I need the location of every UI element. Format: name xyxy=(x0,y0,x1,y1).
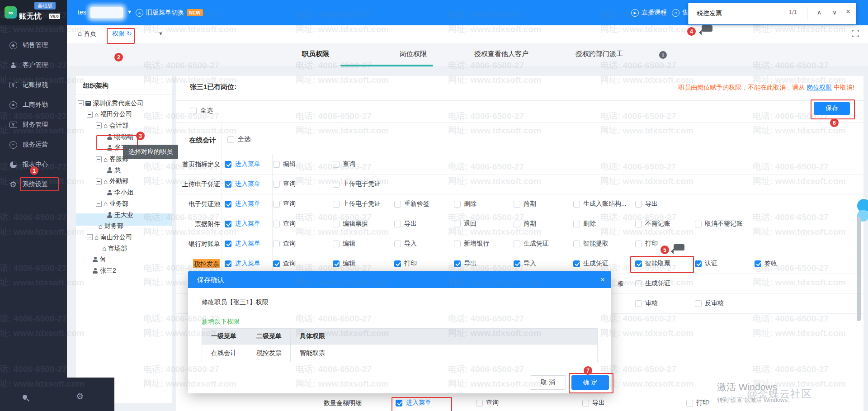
permission-checkbox[interactable] xyxy=(635,280,642,287)
permission-item-新增银行[interactable]: 新增银行 xyxy=(454,234,489,254)
find-close-icon[interactable]: × xyxy=(846,7,850,16)
permission-item-编辑[interactable]: 编辑 xyxy=(333,254,355,274)
permission-checkbox[interactable] xyxy=(273,161,280,168)
permission-item-导出[interactable]: 导出 xyxy=(454,254,476,274)
permission-checkbox[interactable] xyxy=(573,201,580,208)
tree-node-张三2[interactable]: 张三2 xyxy=(92,265,116,277)
collapse-icon[interactable] xyxy=(96,179,102,184)
permission-checkbox[interactable] xyxy=(573,260,580,267)
permission-checkbox[interactable] xyxy=(333,260,340,267)
permission-checkbox[interactable] xyxy=(686,400,693,406)
permission-checkbox[interactable] xyxy=(635,260,642,267)
permission-item-查询[interactable]: 查询 xyxy=(273,214,296,234)
gear-icon[interactable]: ⚙ xyxy=(76,391,84,402)
tree-node-财务部[interactable]: ⌂财务部 xyxy=(99,221,123,232)
permission-item-审核[interactable]: 审核 xyxy=(635,293,658,313)
tree-node-福田分公司[interactable]: ⌂福田分公司 xyxy=(87,109,132,120)
permission-checkbox[interactable] xyxy=(333,241,340,247)
enter-menu-link[interactable]: 进入菜单 xyxy=(406,399,431,407)
select-all-global[interactable]: 全选 xyxy=(190,107,213,115)
permission-checkbox[interactable] xyxy=(273,260,280,267)
permission-item-打印[interactable]: 打印 xyxy=(394,254,417,274)
enter-menu-link[interactable]: 进入菜单 xyxy=(235,240,260,248)
permission-checkbox[interactable] xyxy=(695,221,702,227)
permission-checkbox[interactable] xyxy=(514,260,520,267)
enter-menu-link[interactable]: 进入菜单 xyxy=(235,180,260,188)
permission-checkbox[interactable] xyxy=(635,300,642,307)
permission-item-打印[interactable]: 打印 xyxy=(686,393,709,411)
permission-checkbox[interactable] xyxy=(273,201,280,208)
permission-checkbox[interactable] xyxy=(273,221,280,227)
vertical-scrollbar[interactable] xyxy=(857,217,861,321)
tab-staff-permission[interactable]: 职员权限 xyxy=(302,50,329,58)
permission-checkbox[interactable] xyxy=(454,221,461,227)
permission-checkbox[interactable] xyxy=(573,241,580,247)
permission-item-编辑[interactable]: 编辑 xyxy=(333,234,355,254)
sidebar-item-4[interactable]: ★工商外勤 xyxy=(0,96,67,114)
tree-node-外勤部[interactable]: ⌂外勤部 xyxy=(96,176,128,187)
collapse-icon[interactable] xyxy=(96,123,102,128)
permission-checkbox[interactable] xyxy=(394,201,401,208)
sidebar-item-2[interactable]: 客户管理 xyxy=(0,56,67,74)
permission-item-导入[interactable]: 导入 xyxy=(514,254,536,274)
tree-node-王大业[interactable]: 王大业 xyxy=(107,209,133,221)
permission-checkbox[interactable] xyxy=(273,241,280,247)
permission-checkbox[interactable] xyxy=(635,241,642,247)
permission-item-查询[interactable]: 查询 xyxy=(273,194,296,214)
permission-checkbox[interactable] xyxy=(454,260,461,267)
chevron-down-icon[interactable]: ▼ xyxy=(127,9,132,14)
permission-item-导出[interactable]: 导出 xyxy=(394,214,417,234)
enter-menu-cell[interactable]: 进入菜单 xyxy=(225,214,260,234)
select-all-checkbox[interactable] xyxy=(190,108,197,114)
permission-item-编辑[interactable]: 编辑 xyxy=(273,154,296,174)
permission-checkbox[interactable] xyxy=(514,241,520,247)
permission-checkbox[interactable] xyxy=(695,300,702,307)
permission-checkbox[interactable] xyxy=(454,241,461,247)
collapse-icon[interactable] xyxy=(96,156,102,162)
permission-checkbox[interactable] xyxy=(394,260,401,267)
account-name[interactable]: tes xyxy=(78,9,86,16)
enter-menu-cell[interactable]: 进入菜单 xyxy=(225,234,260,254)
enter-menu-cell[interactable]: 进入菜单 xyxy=(225,154,260,174)
permission-item-跨期[interactable]: 跨期 xyxy=(514,214,536,234)
permission-item-删除[interactable]: 删除 xyxy=(573,214,596,234)
permission-checkbox[interactable] xyxy=(225,181,231,188)
permission-item-取消不需记账[interactable]: 取消不需记账 xyxy=(695,214,743,234)
permission-checkbox[interactable] xyxy=(476,400,483,406)
permission-checkbox[interactable] xyxy=(396,400,402,406)
permission-checkbox[interactable] xyxy=(635,201,642,208)
permission-checkbox[interactable] xyxy=(333,161,340,168)
permission-item-查询[interactable]: 查询 xyxy=(273,174,296,194)
permission-item-查询[interactable]: 查询 xyxy=(476,393,499,411)
permission-checkbox[interactable] xyxy=(394,221,401,227)
permission-item-签收[interactable]: 签收 xyxy=(755,254,777,274)
enter-menu-cell[interactable]: 进入菜单 xyxy=(225,254,260,274)
permission-checkbox[interactable] xyxy=(225,241,231,247)
collapse-icon[interactable] xyxy=(78,100,84,106)
dialog-close-icon[interactable]: × xyxy=(600,271,605,288)
tab-home[interactable]: ⌂ 首页 xyxy=(78,30,96,38)
enter-menu-link[interactable]: 进入菜单 xyxy=(235,200,260,208)
permission-item-退回[interactable]: 退回 xyxy=(454,214,476,234)
permission-checkbox[interactable] xyxy=(695,260,702,267)
save-button[interactable]: 保存 xyxy=(814,102,850,115)
collapse-icon[interactable] xyxy=(96,201,102,207)
enter-menu-cell[interactable]: 进入菜单 xyxy=(396,393,431,411)
permission-item-删除[interactable]: 删除 xyxy=(454,194,476,214)
permission-checkbox[interactable] xyxy=(454,201,461,208)
group-select-all-checkbox[interactable] xyxy=(227,136,234,143)
tree-node-业务部[interactable]: ⌂业务部 xyxy=(96,198,128,209)
enter-menu-link[interactable]: 进入菜单 xyxy=(235,220,260,228)
enter-menu-link[interactable]: 进入菜单 xyxy=(235,260,260,268)
permission-item-生成凭证[interactable]: 生成凭证 xyxy=(514,234,549,254)
permission-item-重新验签[interactable]: 重新验签 xyxy=(394,194,429,214)
tree-node-嗡嗡嗡[interactable]: 嗡嗡嗡 xyxy=(107,131,133,142)
sidebar-item-3[interactable]: ¥记账报税 xyxy=(0,76,67,94)
tab-permission[interactable]: 权限 ↻ xyxy=(112,30,132,38)
find-next-icon[interactable]: ∨ xyxy=(832,9,837,16)
tree-node-深圳优秀代账公司[interactable]: 深圳优秀代账公司 xyxy=(78,98,143,109)
permission-item-生成入账结构...[interactable]: 生成入账结构... xyxy=(573,194,627,214)
info-icon[interactable]: i xyxy=(659,51,667,59)
tree-node-市场部[interactable]: ⌂市场部 xyxy=(102,243,127,254)
permission-checkbox[interactable] xyxy=(333,201,340,208)
